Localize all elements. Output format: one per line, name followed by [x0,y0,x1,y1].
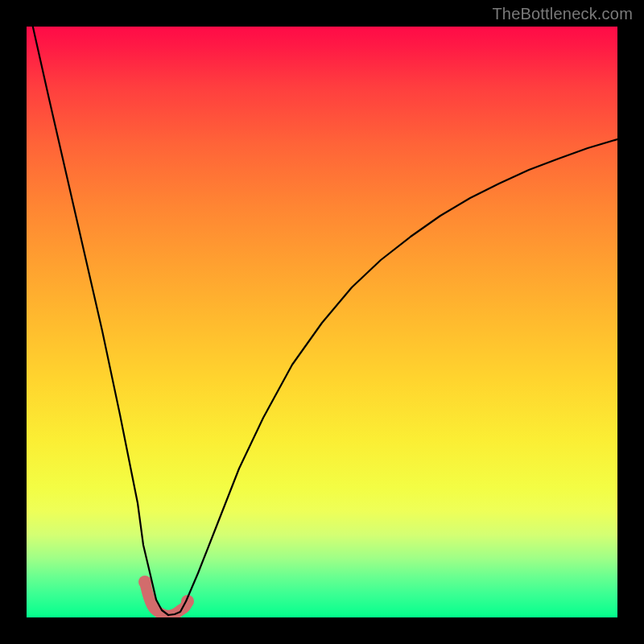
optimal-marker-dot-left [138,576,151,588]
chart-frame: TheBottleneck.com [0,0,644,644]
bottleneck-curve-right-branch [168,139,617,615]
bottleneck-curve-left-branch [31,27,168,615]
curves-svg [27,27,617,617]
plot-area [27,27,617,617]
watermark-text: TheBottleneck.com [492,5,633,23]
